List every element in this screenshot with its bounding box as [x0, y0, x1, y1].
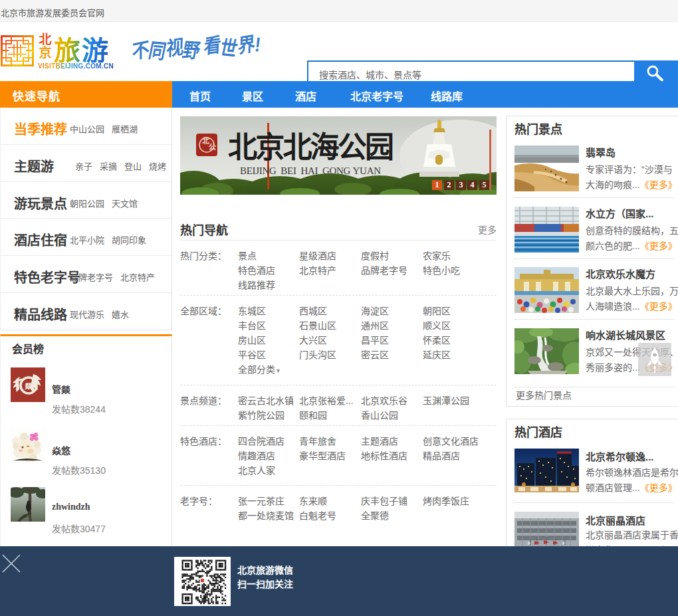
svg-text:BEIJING BEI HAI GONG YUAN: BEIJING BEI HAI GONG YUAN [240, 165, 381, 176]
svg-text:燚: 燚 [25, 382, 33, 390]
svg-text:北京北海公园: 北京北海公园 [228, 132, 394, 164]
